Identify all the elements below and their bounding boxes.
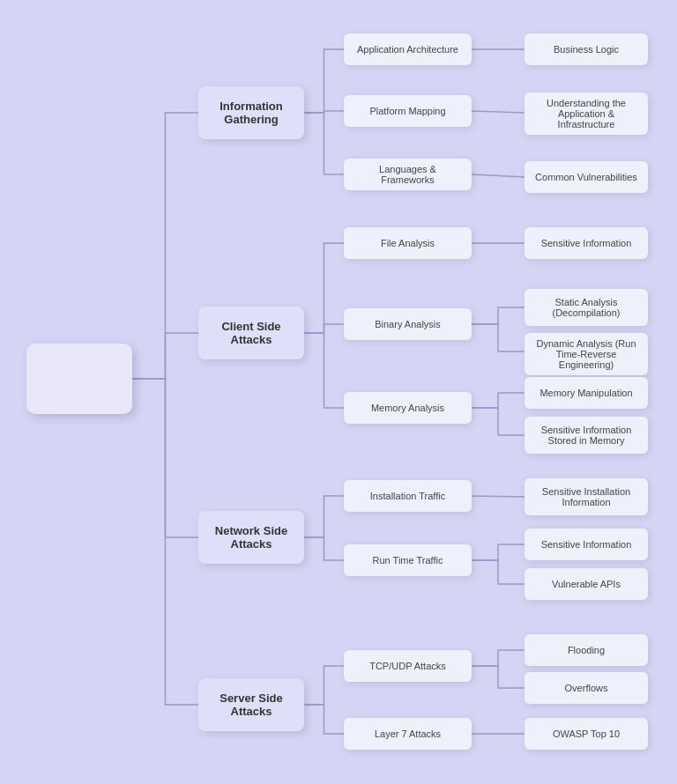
tcp-udp: TCP/UDP Attacks	[344, 650, 472, 682]
static-analysis-label: Static Analysis (Decompilation)	[533, 297, 639, 318]
network-side: Network Side Attacks	[198, 511, 304, 564]
sensitive-install-label: Sensitive Installation Information	[533, 486, 639, 507]
root-node	[26, 344, 132, 414]
server-side: Server Side Attacks	[198, 678, 304, 731]
install-traffic-label: Installation Traffic	[370, 491, 445, 501]
info-gathering-label: Information Gathering	[207, 100, 295, 126]
flooding-label: Flooding	[568, 645, 605, 655]
sensitive-info-net: Sensitive Information	[524, 529, 648, 560]
understanding-app: Understanding the Application & Infrastr…	[524, 92, 648, 135]
install-traffic: Installation Traffic	[344, 480, 472, 512]
svg-line-2	[472, 174, 524, 177]
common-vuln-label: Common Vulnerabilities	[535, 172, 637, 182]
lang-frameworks: Languages & Frameworks	[344, 159, 472, 190]
tcp-udp-label: TCP/UDP Attacks	[369, 661, 446, 671]
business-logic: Business Logic	[524, 33, 648, 65]
info-gathering: Information Gathering	[198, 86, 304, 139]
memory-manip-label: Memory Manipulation	[539, 388, 632, 398]
sensitive-info-net-label: Sensitive Information	[541, 539, 632, 550]
dynamic-analysis-label: Dynamic Analysis (Run Time-Reverse Engin…	[533, 338, 639, 370]
vulnerable-apis-label: Vulnerable APIs	[552, 579, 621, 589]
lang-frameworks-label: Languages & Frameworks	[353, 164, 463, 185]
server-side-label: Server Side Attacks	[207, 692, 295, 718]
svg-line-1	[472, 111, 524, 113]
platform-mapping: Platform Mapping	[344, 95, 472, 127]
sensitive-memory-label: Sensitive Information Stored in Memory	[533, 425, 639, 446]
binary-analysis: Binary Analysis	[344, 308, 472, 340]
common-vuln: Common Vulnerabilities	[524, 161, 648, 193]
app-arch: Application Architecture	[344, 33, 472, 65]
flooding: Flooding	[524, 634, 648, 666]
vulnerable-apis: Vulnerable APIs	[524, 568, 648, 600]
app-arch-label: Application Architecture	[357, 44, 458, 55]
overflows-label: Overflows	[565, 683, 608, 693]
business-logic-label: Business Logic	[554, 44, 619, 55]
network-side-label: Network Side Attacks	[207, 524, 295, 551]
sensitive-install: Sensitive Installation Information	[524, 478, 648, 515]
layer7: Layer 7 Attacks	[344, 718, 472, 750]
memory-manip: Memory Manipulation	[524, 377, 648, 409]
layer7-label: Layer 7 Attacks	[375, 729, 441, 739]
overflows: Overflows	[524, 672, 648, 704]
platform-mapping-label: Platform Mapping	[369, 106, 445, 116]
memory-analysis-label: Memory Analysis	[371, 403, 444, 413]
runtime-traffic: Run Time Traffic	[344, 544, 472, 576]
binary-analysis-label: Binary Analysis	[375, 319, 441, 329]
client-side: Client Side Attacks	[198, 307, 304, 359]
sensitive-info-file-label: Sensitive Information	[541, 238, 632, 248]
file-analysis: File Analysis	[344, 227, 472, 259]
sensitive-info-file: Sensitive Information	[524, 227, 648, 259]
memory-analysis: Memory Analysis	[344, 392, 472, 424]
svg-line-4	[472, 496, 524, 497]
runtime-traffic-label: Run Time Traffic	[373, 555, 443, 566]
file-analysis-label: File Analysis	[381, 238, 435, 248]
dynamic-analysis: Dynamic Analysis (Run Time-Reverse Engin…	[524, 333, 648, 375]
owasp-label: OWASP Top 10	[553, 729, 620, 739]
client-side-label: Client Side Attacks	[207, 320, 295, 346]
sensitive-memory: Sensitive Information Stored in Memory	[524, 417, 648, 454]
static-analysis: Static Analysis (Decompilation)	[524, 289, 648, 326]
understanding-app-label: Understanding the Application & Infrastr…	[533, 98, 639, 129]
owasp: OWASP Top 10	[524, 718, 648, 750]
